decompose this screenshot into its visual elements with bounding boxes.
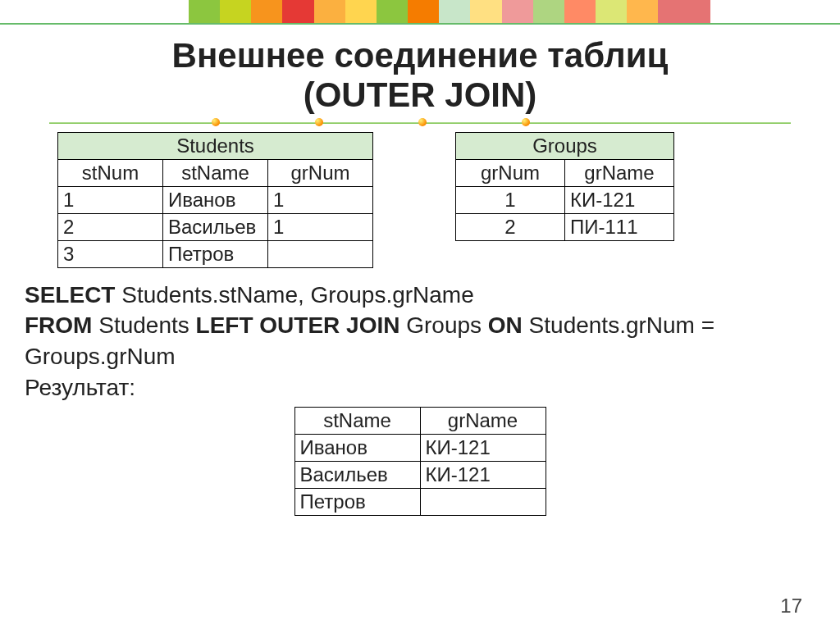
table-row: Петров [294, 488, 546, 515]
students-h-stname: stName [163, 159, 268, 186]
kw-select: SELECT [25, 282, 115, 308]
result-table: stName grName Иванов КИ-121 Васильев КИ-… [294, 407, 546, 516]
result-h-grname: grName [420, 407, 546, 434]
select-cols: Students.stName, Groups.grName [115, 282, 473, 308]
slide-title: Внешнее соединение таблиц (OUTER JOIN) [0, 36, 840, 116]
table-row: Васильев КИ-121 [294, 461, 546, 488]
green-rule [0, 23, 840, 25]
students-table: Students stNum stName grNum 1 Иванов 1 2… [57, 132, 373, 268]
kw-from: FROM [25, 312, 92, 338]
result-label: Результат: [25, 372, 791, 403]
table-row: 1 Иванов 1 [58, 186, 373, 213]
students-h-stnum: stNum [58, 159, 163, 186]
after-from: Students [92, 312, 195, 338]
students-h-grnum: grNum [268, 159, 373, 186]
table-row: 2 Васильев 1 [58, 213, 373, 240]
page-number: 17 [780, 595, 802, 618]
source-tables-row: Students stNum stName grNum 1 Иванов 1 2… [49, 132, 791, 268]
table-row: 2 ПИ-111 [456, 213, 674, 240]
decorative-header [0, 0, 840, 30]
table-row: 3 Петров [58, 240, 373, 267]
title-underline [49, 119, 791, 127]
groups-h-grnum: grNum [456, 159, 565, 186]
table-row: 1 КИ-121 [456, 186, 674, 213]
sql-query-block: SELECT Students.stName, Groups.grName FR… [25, 280, 791, 403]
after-join: Groups [399, 312, 487, 338]
result-h-stname: stName [294, 407, 420, 434]
kw-on: ON [488, 312, 523, 338]
table-row: Иванов КИ-121 [294, 434, 546, 461]
accent-strip [189, 0, 710, 23]
groups-h-grname: grName [565, 159, 674, 186]
title-line-1: Внешнее соединение таблиц [172, 36, 669, 75]
groups-caption: Groups [455, 132, 674, 159]
kw-leftjoin: LEFT OUTER JOIN [196, 312, 400, 338]
students-caption: Students [57, 132, 373, 159]
groups-table: Groups grNum grName 1 КИ-121 2 ПИ-111 [455, 132, 674, 241]
title-line-2: (OUTER JOIN) [304, 75, 537, 114]
